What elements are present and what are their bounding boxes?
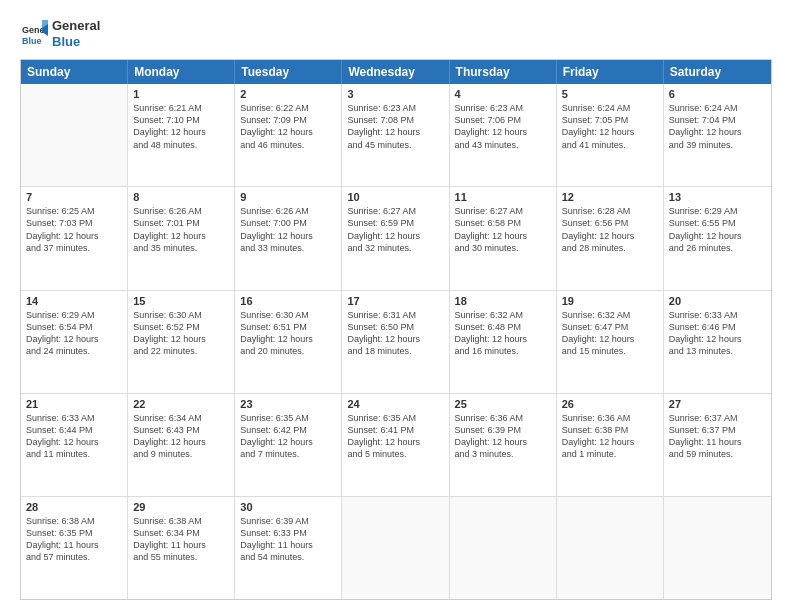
- day-number: 6: [669, 88, 766, 100]
- cell-line: Sunrise: 6:37 AM: [669, 412, 766, 424]
- cell-line: and 33 minutes.: [240, 242, 336, 254]
- calendar-cell: 14Sunrise: 6:29 AMSunset: 6:54 PMDayligh…: [21, 291, 128, 393]
- cal-header-day: Thursday: [450, 60, 557, 84]
- day-number: 12: [562, 191, 658, 203]
- cal-header-day: Saturday: [664, 60, 771, 84]
- day-number: 7: [26, 191, 122, 203]
- calendar-cell: 18Sunrise: 6:32 AMSunset: 6:48 PMDayligh…: [450, 291, 557, 393]
- calendar-cell: 29Sunrise: 6:38 AMSunset: 6:34 PMDayligh…: [128, 497, 235, 599]
- cell-line: Daylight: 12 hours: [455, 126, 551, 138]
- cell-line: and 22 minutes.: [133, 345, 229, 357]
- cell-line: Sunset: 6:58 PM: [455, 217, 551, 229]
- cell-line: Daylight: 12 hours: [455, 230, 551, 242]
- cell-line: Sunrise: 6:29 AM: [26, 309, 122, 321]
- cell-line: and 7 minutes.: [240, 448, 336, 460]
- calendar-cell: 19Sunrise: 6:32 AMSunset: 6:47 PMDayligh…: [557, 291, 664, 393]
- cell-line: Sunrise: 6:23 AM: [455, 102, 551, 114]
- cell-line: Daylight: 12 hours: [562, 333, 658, 345]
- cell-line: Daylight: 12 hours: [133, 230, 229, 242]
- cell-line: Sunrise: 6:35 AM: [347, 412, 443, 424]
- cell-line: Sunrise: 6:36 AM: [562, 412, 658, 424]
- cell-line: Sunrise: 6:22 AM: [240, 102, 336, 114]
- calendar-cell: 2Sunrise: 6:22 AMSunset: 7:09 PMDaylight…: [235, 84, 342, 186]
- cell-line: Sunrise: 6:34 AM: [133, 412, 229, 424]
- cell-line: Sunset: 7:06 PM: [455, 114, 551, 126]
- cell-line: Sunset: 7:01 PM: [133, 217, 229, 229]
- cell-line: and 32 minutes.: [347, 242, 443, 254]
- cell-line: and 45 minutes.: [347, 139, 443, 151]
- calendar-cell: 22Sunrise: 6:34 AMSunset: 6:43 PMDayligh…: [128, 394, 235, 496]
- calendar-cell: [557, 497, 664, 599]
- cell-line: Sunrise: 6:30 AM: [240, 309, 336, 321]
- cell-line: and 35 minutes.: [133, 242, 229, 254]
- cell-line: Sunrise: 6:30 AM: [133, 309, 229, 321]
- cell-line: Daylight: 12 hours: [562, 230, 658, 242]
- day-number: 28: [26, 501, 122, 513]
- cell-line: Daylight: 12 hours: [240, 230, 336, 242]
- cell-line: Daylight: 12 hours: [455, 436, 551, 448]
- cal-header-day: Wednesday: [342, 60, 449, 84]
- cell-line: Sunset: 6:48 PM: [455, 321, 551, 333]
- calendar-cell: 26Sunrise: 6:36 AMSunset: 6:38 PMDayligh…: [557, 394, 664, 496]
- day-number: 24: [347, 398, 443, 410]
- calendar-row: 7Sunrise: 6:25 AMSunset: 7:03 PMDaylight…: [21, 187, 771, 290]
- day-number: 5: [562, 88, 658, 100]
- cell-line: Sunset: 6:33 PM: [240, 527, 336, 539]
- cell-line: Sunset: 6:50 PM: [347, 321, 443, 333]
- day-number: 14: [26, 295, 122, 307]
- cell-line: Sunset: 6:54 PM: [26, 321, 122, 333]
- calendar-cell: 10Sunrise: 6:27 AMSunset: 6:59 PMDayligh…: [342, 187, 449, 289]
- cell-line: Sunset: 6:46 PM: [669, 321, 766, 333]
- cell-line: Sunset: 6:41 PM: [347, 424, 443, 436]
- calendar-cell: 17Sunrise: 6:31 AMSunset: 6:50 PMDayligh…: [342, 291, 449, 393]
- day-number: 25: [455, 398, 551, 410]
- calendar-body: 1Sunrise: 6:21 AMSunset: 7:10 PMDaylight…: [21, 84, 771, 599]
- calendar-cell: 15Sunrise: 6:30 AMSunset: 6:52 PMDayligh…: [128, 291, 235, 393]
- day-number: 17: [347, 295, 443, 307]
- calendar-cell: [21, 84, 128, 186]
- cell-line: and 13 minutes.: [669, 345, 766, 357]
- cell-line: Sunset: 6:47 PM: [562, 321, 658, 333]
- cell-line: and 41 minutes.: [562, 139, 658, 151]
- cell-line: Sunrise: 6:25 AM: [26, 205, 122, 217]
- cell-line: and 48 minutes.: [133, 139, 229, 151]
- cell-line: Sunrise: 6:33 AM: [669, 309, 766, 321]
- cell-line: Sunrise: 6:24 AM: [669, 102, 766, 114]
- calendar-row: 1Sunrise: 6:21 AMSunset: 7:10 PMDaylight…: [21, 84, 771, 187]
- cell-line: Sunset: 6:51 PM: [240, 321, 336, 333]
- calendar-cell: 7Sunrise: 6:25 AMSunset: 7:03 PMDaylight…: [21, 187, 128, 289]
- cell-line: and 5 minutes.: [347, 448, 443, 460]
- cell-line: Sunrise: 6:32 AM: [562, 309, 658, 321]
- cell-line: and 1 minute.: [562, 448, 658, 460]
- cell-line: Sunrise: 6:32 AM: [455, 309, 551, 321]
- day-number: 15: [133, 295, 229, 307]
- cell-line: and 26 minutes.: [669, 242, 766, 254]
- cell-line: Sunrise: 6:31 AM: [347, 309, 443, 321]
- cell-line: Sunset: 6:34 PM: [133, 527, 229, 539]
- cell-line: and 28 minutes.: [562, 242, 658, 254]
- cell-line: Daylight: 12 hours: [240, 126, 336, 138]
- calendar-cell: 21Sunrise: 6:33 AMSunset: 6:44 PMDayligh…: [21, 394, 128, 496]
- day-number: 27: [669, 398, 766, 410]
- cell-line: and 46 minutes.: [240, 139, 336, 151]
- day-number: 20: [669, 295, 766, 307]
- cell-line: Sunset: 6:43 PM: [133, 424, 229, 436]
- cal-header-day: Sunday: [21, 60, 128, 84]
- cell-line: Sunset: 6:52 PM: [133, 321, 229, 333]
- calendar-cell: 23Sunrise: 6:35 AMSunset: 6:42 PMDayligh…: [235, 394, 342, 496]
- calendar-row: 28Sunrise: 6:38 AMSunset: 6:35 PMDayligh…: [21, 497, 771, 599]
- cell-line: Daylight: 12 hours: [133, 333, 229, 345]
- cell-line: and 16 minutes.: [455, 345, 551, 357]
- day-number: 21: [26, 398, 122, 410]
- cell-line: Sunset: 7:04 PM: [669, 114, 766, 126]
- cell-line: and 39 minutes.: [669, 139, 766, 151]
- cell-line: Daylight: 12 hours: [26, 436, 122, 448]
- calendar-cell: [450, 497, 557, 599]
- cell-line: Sunset: 6:59 PM: [347, 217, 443, 229]
- cell-line: Sunrise: 6:35 AM: [240, 412, 336, 424]
- cell-line: and 55 minutes.: [133, 551, 229, 563]
- cell-line: Daylight: 12 hours: [562, 436, 658, 448]
- cell-line: Daylight: 12 hours: [669, 126, 766, 138]
- cell-line: and 57 minutes.: [26, 551, 122, 563]
- cell-line: Daylight: 11 hours: [240, 539, 336, 551]
